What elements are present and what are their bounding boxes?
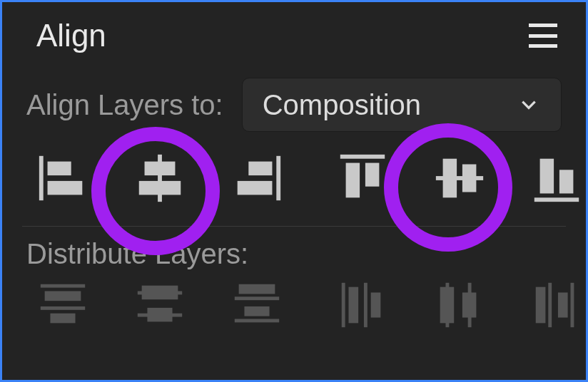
align-panel: Align Align Layers to: Composition xyxy=(2,2,586,380)
svg-rect-7 xyxy=(248,162,272,176)
svg-rect-0 xyxy=(39,156,44,200)
svg-rect-5 xyxy=(139,181,181,195)
svg-rect-9 xyxy=(340,155,385,159)
svg-rect-14 xyxy=(462,165,477,192)
align-bottom-button[interactable] xyxy=(527,149,586,207)
svg-rect-39 xyxy=(548,283,552,327)
distribute-left-button xyxy=(333,276,392,334)
svg-rect-41 xyxy=(571,283,574,327)
distribute-vertical-group xyxy=(34,276,286,334)
distribute-horizontal-center-button xyxy=(430,276,489,334)
chevron-down-icon xyxy=(519,96,538,114)
svg-rect-4 xyxy=(145,162,176,176)
align-left-button[interactable] xyxy=(34,149,92,207)
svg-rect-13 xyxy=(443,159,457,198)
align-buttons-row xyxy=(2,139,586,220)
align-to-row: Align Layers to: Composition xyxy=(2,72,586,139)
svg-rect-37 xyxy=(462,292,477,317)
svg-rect-21 xyxy=(50,314,75,324)
panel-title: Align xyxy=(36,18,106,53)
svg-rect-40 xyxy=(558,292,568,317)
svg-rect-32 xyxy=(364,283,368,327)
align-horizontal-center-button[interactable] xyxy=(131,149,189,207)
distribute-bottom-button xyxy=(228,276,286,334)
svg-rect-25 xyxy=(147,308,172,322)
svg-rect-29 xyxy=(235,319,279,323)
distribute-horizontal-group xyxy=(333,276,586,334)
svg-rect-10 xyxy=(346,163,360,198)
align-right-button[interactable] xyxy=(228,149,286,207)
panel-menu-icon[interactable] xyxy=(529,24,557,48)
panel-header: Align xyxy=(2,2,586,72)
distribute-vertical-center-button xyxy=(131,276,189,334)
svg-rect-15 xyxy=(534,197,579,202)
svg-rect-26 xyxy=(239,284,275,294)
distribute-right-button xyxy=(527,276,586,334)
align-to-dropdown[interactable]: Composition xyxy=(242,78,562,132)
svg-rect-33 xyxy=(371,292,381,317)
distribute-top-button xyxy=(34,276,92,334)
svg-rect-35 xyxy=(440,287,455,324)
align-vertical-center-button[interactable] xyxy=(430,149,489,207)
svg-rect-30 xyxy=(342,283,345,327)
svg-rect-2 xyxy=(48,181,83,195)
svg-rect-19 xyxy=(45,291,81,301)
svg-rect-18 xyxy=(41,284,85,288)
svg-rect-31 xyxy=(349,287,359,324)
align-to-dropdown-value: Composition xyxy=(263,89,421,121)
svg-rect-11 xyxy=(365,163,380,187)
align-to-label: Align Layers to: xyxy=(26,89,223,121)
svg-rect-8 xyxy=(238,181,273,195)
svg-rect-27 xyxy=(235,296,279,300)
svg-rect-20 xyxy=(41,306,85,310)
align-vertical-group xyxy=(333,149,586,207)
distribute-buttons-row xyxy=(2,270,586,347)
svg-rect-17 xyxy=(559,170,574,193)
svg-rect-28 xyxy=(244,306,269,316)
svg-rect-38 xyxy=(536,287,546,324)
align-horizontal-group xyxy=(34,149,286,207)
svg-rect-6 xyxy=(276,156,280,200)
svg-rect-16 xyxy=(540,159,554,194)
align-top-button[interactable] xyxy=(333,149,392,207)
svg-rect-1 xyxy=(48,162,71,176)
svg-rect-23 xyxy=(142,286,178,300)
distribute-label: Distribute Layers: xyxy=(2,227,586,270)
